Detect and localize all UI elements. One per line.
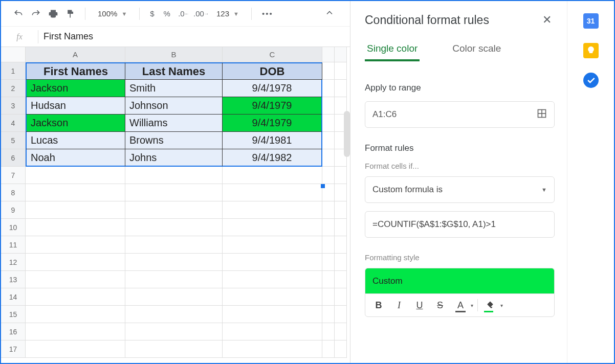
cell[interactable]: [322, 167, 335, 184]
cell[interactable]: [322, 149, 335, 167]
tab-single-color[interactable]: Single color: [365, 37, 420, 61]
cell[interactable]: [335, 236, 347, 254]
cell[interactable]: [322, 132, 335, 149]
cell[interactable]: [335, 306, 347, 323]
scrollbar[interactable]: [344, 111, 350, 157]
row-head[interactable]: 4: [1, 115, 26, 132]
cell[interactable]: [322, 80, 335, 97]
data-cell[interactable]: 9/4/1982: [223, 149, 322, 167]
row-head[interactable]: 13: [1, 271, 26, 288]
data-cell[interactable]: 9/4/1981: [223, 132, 322, 149]
text-color-button[interactable]: A: [452, 297, 469, 313]
cell[interactable]: [335, 62, 347, 80]
cell[interactable]: [26, 167, 125, 184]
undo-icon[interactable]: [11, 7, 26, 21]
selection-handle[interactable]: [321, 184, 325, 188]
data-cell[interactable]: Noah: [26, 149, 125, 167]
data-cell[interactable]: Jackson: [26, 80, 125, 97]
number-format-select[interactable]: 123▼: [211, 9, 244, 18]
chevron-down-icon[interactable]: ▾: [500, 303, 503, 308]
formula-input[interactable]: =COUNTIF($A$1:$G$10, A1)>1: [365, 211, 555, 238]
cell[interactable]: [322, 201, 335, 219]
cell[interactable]: [125, 201, 223, 219]
cell[interactable]: [335, 340, 347, 358]
style-preview[interactable]: Custom: [365, 268, 555, 293]
data-cell[interactable]: 9/4/1979: [223, 97, 322, 115]
currency-button[interactable]: $: [147, 9, 157, 18]
cell[interactable]: [335, 80, 347, 97]
bold-button[interactable]: B: [370, 297, 387, 313]
cell[interactable]: [335, 167, 347, 184]
cell[interactable]: [125, 167, 223, 184]
tab-color-scale[interactable]: Color scale: [450, 37, 503, 61]
col-head[interactable]: C: [223, 47, 322, 62]
row-head[interactable]: 15: [1, 306, 26, 323]
cell[interactable]: [223, 167, 322, 184]
data-cell[interactable]: Jackson: [26, 115, 125, 132]
cell[interactable]: [125, 323, 223, 340]
cell[interactable]: [125, 254, 223, 271]
redo-icon[interactable]: [29, 7, 43, 21]
data-cell[interactable]: Lucas: [26, 132, 125, 149]
keep-icon[interactable]: [583, 43, 599, 58]
cell[interactable]: [26, 184, 125, 201]
cell[interactable]: [26, 340, 125, 358]
row-head[interactable]: 11: [1, 236, 26, 254]
cell[interactable]: [322, 254, 335, 271]
cell[interactable]: [335, 254, 347, 271]
data-cell[interactable]: Smith: [125, 80, 223, 97]
cell[interactable]: [223, 254, 322, 271]
cell[interactable]: [335, 184, 347, 201]
header-cell[interactable]: DOB: [223, 62, 322, 80]
row-head[interactable]: 5: [1, 132, 26, 149]
data-cell[interactable]: 9/4/1978: [223, 80, 322, 97]
collapse-toolbar-icon[interactable]: [319, 8, 340, 20]
cell[interactable]: [322, 62, 335, 80]
cell[interactable]: [125, 340, 223, 358]
cell[interactable]: [26, 271, 125, 288]
percent-button[interactable]: %: [161, 9, 173, 18]
cell[interactable]: [26, 288, 125, 306]
cell[interactable]: [26, 323, 125, 340]
data-cell[interactable]: 9/4/1979: [223, 115, 322, 132]
cell[interactable]: [322, 306, 335, 323]
cell[interactable]: [223, 306, 322, 323]
row-head[interactable]: 16: [1, 323, 26, 340]
strikethrough-button[interactable]: S: [432, 297, 448, 313]
cell[interactable]: [26, 236, 125, 254]
italic-button[interactable]: I: [391, 297, 407, 313]
row-head[interactable]: 2: [1, 80, 26, 97]
print-icon[interactable]: [46, 7, 60, 21]
col-head[interactable]: [322, 47, 335, 62]
cell[interactable]: [223, 201, 322, 219]
cell[interactable]: [223, 184, 322, 201]
cell[interactable]: [322, 323, 335, 340]
data-cell[interactable]: Browns: [125, 132, 223, 149]
row-head[interactable]: 10: [1, 219, 26, 236]
cell[interactable]: [125, 306, 223, 323]
cell[interactable]: [335, 201, 347, 219]
col-head[interactable]: A: [26, 47, 125, 62]
row-head[interactable]: 17: [1, 340, 26, 358]
fill-color-button[interactable]: [482, 297, 498, 313]
cell[interactable]: [26, 201, 125, 219]
chevron-down-icon[interactable]: ▾: [471, 303, 473, 308]
grid-select-icon[interactable]: [537, 108, 547, 121]
cell[interactable]: [322, 271, 335, 288]
header-cell[interactable]: First Names: [26, 62, 125, 80]
row-head[interactable]: 3: [1, 97, 26, 115]
cell[interactable]: [125, 219, 223, 236]
cell[interactable]: [322, 288, 335, 306]
cell[interactable]: [125, 236, 223, 254]
cell[interactable]: [125, 288, 223, 306]
close-icon[interactable]: ✕: [539, 12, 555, 28]
row-head[interactable]: 14: [1, 288, 26, 306]
decrease-decimal-icon[interactable]: .0←: [177, 7, 191, 21]
formula-input[interactable]: [38, 31, 350, 42]
more-icon[interactable]: •••: [259, 9, 276, 18]
calendar-icon[interactable]: 31: [583, 13, 599, 29]
zoom-select[interactable]: 100%▼: [93, 9, 132, 18]
cell[interactable]: [223, 236, 322, 254]
header-cell[interactable]: Last Names: [125, 62, 223, 80]
cell[interactable]: [223, 323, 322, 340]
